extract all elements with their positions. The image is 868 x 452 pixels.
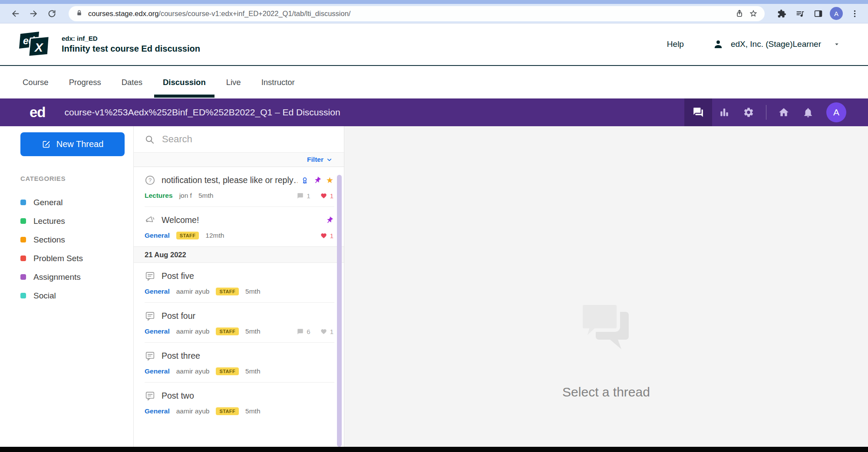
account-label: edX, Inc. (Stage)Learner [731,39,821,49]
thread-category[interactable]: General [145,328,170,335]
scrollbar[interactable] [337,175,342,447]
thread-age: 12mth [205,232,224,239]
staff-badge: STAFF [216,407,239,415]
tab-course[interactable]: Course [22,77,50,88]
course-info: edx: inf_ED Infinity test course Ed disc… [62,35,200,54]
thread-author: aamir ayub [176,288,210,295]
discussion-content: New Thread CATEGORIES General Lectures S… [0,126,868,447]
categories-heading: CATEGORIES [20,175,133,182]
thread-title: Welcome! [162,215,322,225]
course-org: edx: inf_ED [62,35,200,42]
menu-dots-icon[interactable] [848,7,861,20]
staff-badge: STAFF [176,232,199,239]
back-button[interactable] [8,6,23,21]
bookmark-star-icon[interactable] [746,7,760,20]
discussion-feed-icon[interactable] [684,98,712,126]
side-panel-icon[interactable] [812,7,825,20]
category-assignments[interactable]: Assignments [20,268,133,286]
notifications-bell-icon[interactable] [796,98,820,126]
tab-live[interactable]: Live [225,77,242,88]
thread-item-post-four[interactable]: Post four General aamir ayub STAFF 5mth … [134,303,344,342]
tab-instructor[interactable]: Instructor [261,77,296,88]
endorsed-award-icon [301,177,309,184]
comment-count: 1 [307,192,310,200]
thread-item-notification-test[interactable]: ? notification test, please like or repl… [134,167,344,206]
pin-icon [324,215,335,226]
home-icon[interactable] [772,98,796,126]
category-social[interactable]: Social [20,286,133,305]
thread-item-welcome[interactable]: Welcome! General STAFF 12mth 1 [134,207,344,246]
thread-title: Post four [162,311,333,321]
svg-text:?: ? [149,177,152,183]
reload-button[interactable] [44,6,59,21]
category-sections[interactable]: Sections [20,230,133,249]
comment-count: 6 [307,328,310,335]
analytics-icon[interactable] [712,98,736,126]
browser-chrome: courses.stage.edx.org/courses/course-v1:… [0,0,868,23]
share-icon[interactable] [733,7,746,20]
lock-icon [76,9,83,18]
thread-category[interactable]: General [145,407,170,415]
reading-list-icon[interactable] [793,7,806,20]
search-input[interactable] [162,134,335,145]
categories-list: General Lectures Sections Problem Sets A… [20,193,133,305]
thread-list-panel: Filter ? notification test, please like … [133,126,344,447]
thread-category[interactable]: General [145,232,170,239]
thread-age: 5mth [245,407,260,415]
browser-toolbar: courses.stage.edx.org/courses/course-v1:… [0,4,868,23]
help-link[interactable]: Help [667,39,684,49]
new-thread-button[interactable]: New Thread [20,132,125,156]
thread-age: 5mth [245,288,260,295]
thread-category[interactable]: General [145,367,170,375]
comment-count-icon [297,193,304,199]
browser-tab-strip [0,0,868,4]
thread-item-post-two[interactable]: Post two General aamir ayub STAFF 5mth [134,383,344,422]
filter-button[interactable]: Filter [307,156,332,164]
ed-discussion-topbar: ed course-v1%253Aedx%252Binf_ED%252B2022… [0,98,868,126]
thread-item-post-five[interactable]: Post five General aamir ayub STAFF 5mth [134,263,344,302]
thread-item-post-three[interactable]: Post three General aamir ayub STAFF 5mth [134,343,344,382]
thread-age: 5mth [198,192,213,200]
ed-user-avatar[interactable]: A [826,102,846,122]
url-path: /courses/course-v1:edx+inf_ED+2022_Q1/ta… [158,10,350,17]
address-bar[interactable]: courses.stage.edx.org/courses/course-v1:… [69,6,765,21]
staff-badge: STAFF [216,328,239,335]
topbar-divider [766,105,766,120]
tab-dates[interactable]: Dates [121,77,143,88]
post-icon [145,311,155,321]
filter-bar: Filter [134,153,344,167]
ed-course-title: course-v1%253Aedx%252Binf_ED%252B2022_Q1… [65,107,340,118]
thread-author: aamir ayub [176,328,210,335]
heart-icon [320,233,327,239]
category-swatch [20,255,26,261]
thread-category[interactable]: General [145,288,170,295]
thread-title: notification test, please like or reply… [162,175,297,185]
category-swatch [20,200,26,205]
thread-age: 5mth [245,328,260,335]
category-problem-sets[interactable]: Problem Sets [20,249,133,268]
date-separator: 21 Aug 2022 [134,246,344,263]
thread-author: aamir ayub [176,407,210,415]
thread-detail-panel: Select a thread [344,126,868,447]
settings-gear-icon[interactable] [736,98,761,126]
ed-logo[interactable]: ed [30,104,46,121]
course-title: Infinity test course Ed discussion [62,44,200,54]
extensions-icon[interactable] [775,7,788,20]
thread-flags: ★ [301,177,333,184]
thread-category[interactable]: Lectures [145,192,173,200]
tab-progress[interactable]: Progress [68,77,102,88]
browser-profile-avatar[interactable]: A [830,7,843,20]
category-lectures[interactable]: Lectures [20,212,133,230]
account-menu[interactable]: edX, Inc. (Stage)Learner [713,39,840,50]
forward-button[interactable] [26,6,41,21]
tab-discussion[interactable]: Discussion [162,77,207,88]
thread-title: Post five [162,271,333,281]
header-actions: Help edX, Inc. (Stage)Learner [667,39,840,50]
post-icon [145,271,155,282]
edx-logo[interactable]: ed X [19,30,50,59]
staff-badge: STAFF [216,367,239,375]
filter-label: Filter [307,156,323,164]
course-tabbar: Course Progress Dates Discussion Live In… [0,66,868,98]
category-swatch [20,293,26,298]
category-general[interactable]: General [20,193,133,212]
